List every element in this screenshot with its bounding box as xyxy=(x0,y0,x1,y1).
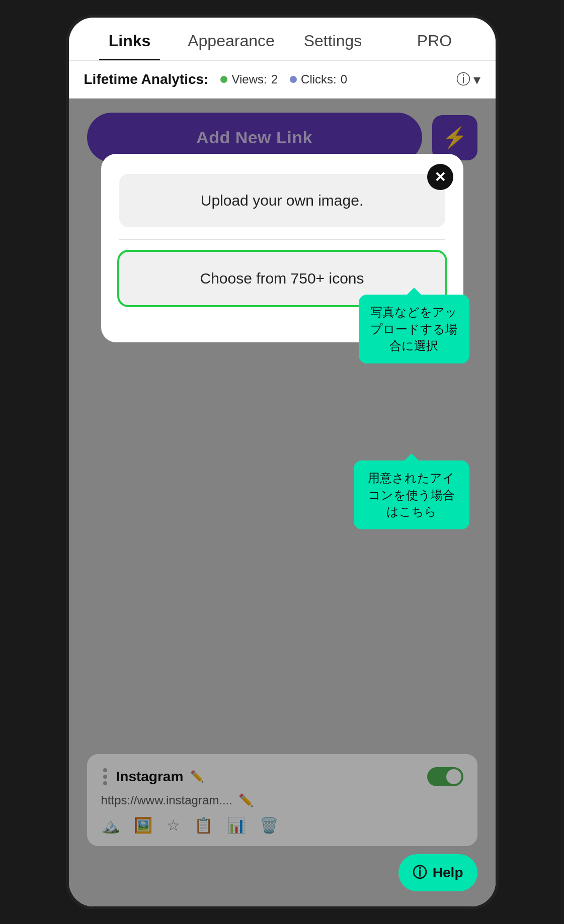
nav-tabs: Links Appearance Settings PRO xyxy=(69,18,496,61)
help-circle-icon: ⓘ xyxy=(456,70,470,89)
clicks-count: 0 xyxy=(341,72,347,86)
clicks-stat: Clicks: 0 xyxy=(290,72,347,86)
tab-appearance[interactable]: Appearance xyxy=(181,18,282,60)
close-icon: ✕ xyxy=(434,169,446,186)
modal-overlay[interactable]: ✕ Upload your own image. Choose from 750… xyxy=(69,99,496,906)
views-dot xyxy=(220,76,227,83)
help-label: Help xyxy=(433,865,463,881)
views-stat: Views: 2 xyxy=(220,72,278,86)
upload-image-option[interactable]: Upload your own image. xyxy=(119,174,445,227)
help-button[interactable]: ⓘ Help xyxy=(398,854,477,891)
analytics-bar: Lifetime Analytics: Views: 2 Clicks: 0 ⓘ… xyxy=(69,61,496,99)
tab-pro[interactable]: PRO xyxy=(384,18,486,60)
tab-links[interactable]: Links xyxy=(79,18,181,60)
modal-close-button[interactable]: ✕ xyxy=(427,164,453,190)
clicks-label: Clicks: xyxy=(301,72,337,86)
chevron-down-icon: ▾ xyxy=(473,71,480,88)
views-label: Views: xyxy=(231,72,267,86)
main-content: Add New Link ⚡ Instagram ✏️ xyxy=(69,99,496,906)
tooltip-icons: 用意されたアイコンを使う場合はこちら xyxy=(354,460,469,529)
help-circle-icon: ⓘ xyxy=(413,863,427,882)
tab-settings[interactable]: Settings xyxy=(282,18,384,60)
analytics-label: Lifetime Analytics: xyxy=(84,71,209,87)
modal-divider xyxy=(119,239,445,240)
phone-container: Links Appearance Settings PRO Lifetime A… xyxy=(66,15,499,909)
clicks-dot xyxy=(290,76,297,83)
tooltip-upload: 写真などをアップロードする場合に選択 xyxy=(359,295,469,363)
views-count: 2 xyxy=(271,72,278,86)
analytics-help-button[interactable]: ⓘ ▾ xyxy=(456,70,480,89)
